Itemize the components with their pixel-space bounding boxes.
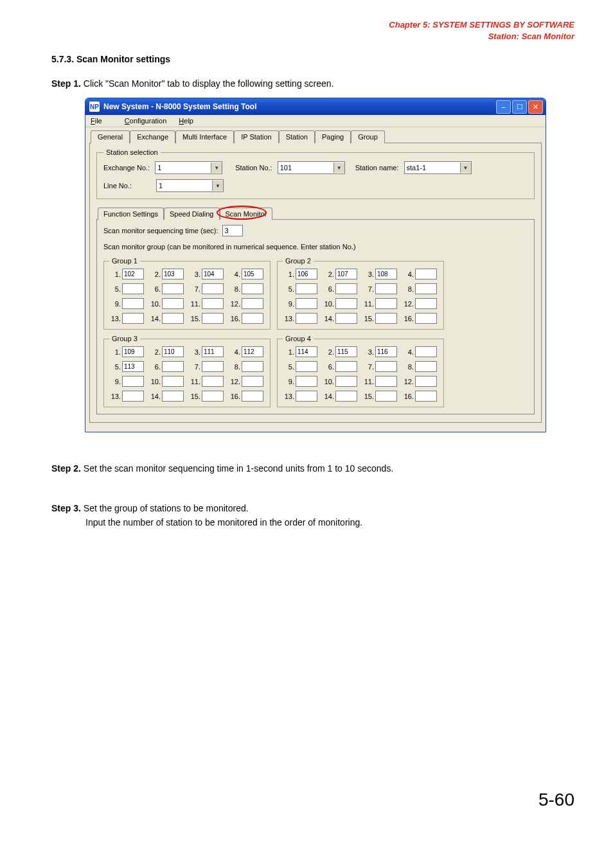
- minimize-button[interactable]: –: [496, 100, 511, 114]
- tab-speed-dialing[interactable]: Speed Dialing: [164, 208, 220, 220]
- group-1-input-14[interactable]: [162, 313, 184, 324]
- group-2-input-14[interactable]: [335, 313, 357, 324]
- maximize-button[interactable]: ☐: [512, 100, 527, 114]
- group-4-input-15[interactable]: [375, 391, 397, 402]
- group-4-input-12[interactable]: [415, 376, 437, 387]
- group-4-input-1[interactable]: [296, 346, 317, 357]
- group-1-input-15[interactable]: [202, 313, 224, 324]
- group-1-input-10[interactable]: [162, 298, 184, 309]
- station-no-input[interactable]: [278, 163, 333, 173]
- group-2-input-6[interactable]: [335, 283, 357, 294]
- group-4-input-5[interactable]: [296, 361, 317, 372]
- station-no-combo[interactable]: ▼: [278, 161, 345, 174]
- group-2-input-8[interactable]: [415, 283, 437, 294]
- group-2-input-13[interactable]: [296, 313, 317, 324]
- group-3-input-2[interactable]: [162, 346, 184, 357]
- group-3-input-11[interactable]: [202, 376, 224, 387]
- menu-help[interactable]: Help: [179, 117, 193, 125]
- group-2-input-10[interactable]: [335, 298, 357, 309]
- group-2-cell-15: 15.: [362, 313, 398, 324]
- station-name-input[interactable]: [405, 163, 460, 173]
- group-3-input-13[interactable]: [122, 391, 144, 402]
- group-2-input-3[interactable]: [375, 269, 397, 279]
- group-2-input-9[interactable]: [296, 298, 317, 309]
- group-4-input-4[interactable]: [415, 346, 437, 357]
- group-4-cell-4: 4.: [402, 346, 438, 357]
- exchange-no-combo[interactable]: ▼: [155, 161, 222, 174]
- menu-configuration[interactable]: Configuration: [125, 117, 166, 125]
- group-4-input-2[interactable]: [335, 346, 357, 357]
- chevron-down-icon[interactable]: ▼: [460, 163, 471, 173]
- group-4-input-14[interactable]: [335, 391, 357, 402]
- group-4-input-7[interactable]: [375, 361, 397, 372]
- chevron-down-icon[interactable]: ▼: [333, 163, 344, 173]
- group-1-input-8[interactable]: [242, 283, 263, 294]
- tab-ip-station[interactable]: IP Station: [234, 130, 279, 143]
- group-1-input-16[interactable]: [242, 313, 263, 324]
- tab-paging[interactable]: Paging: [315, 130, 351, 143]
- menu-file[interactable]: File: [91, 117, 112, 125]
- group-4-input-16[interactable]: [415, 391, 437, 402]
- group-4-input-6[interactable]: [335, 361, 357, 372]
- cell-number: 4.: [402, 348, 414, 356]
- group-2-input-11[interactable]: [375, 298, 397, 309]
- group-2-input-4[interactable]: [415, 269, 437, 279]
- tab-station[interactable]: Station: [279, 130, 315, 143]
- group-3-input-15[interactable]: [202, 391, 224, 402]
- group-1-input-12[interactable]: [242, 298, 263, 309]
- group-3-input-5[interactable]: [122, 361, 144, 372]
- group-4-input-3[interactable]: [375, 346, 397, 357]
- group-3-input-3[interactable]: [202, 346, 224, 357]
- group-1-input-6[interactable]: [162, 283, 184, 294]
- tab-scan-monitor[interactable]: Scan Monitor: [220, 208, 273, 220]
- group-1-input-4[interactable]: [242, 269, 263, 279]
- line-no-combo[interactable]: ▼: [156, 179, 224, 192]
- group-2-input-15[interactable]: [375, 313, 397, 324]
- step-3-label: Step 3.: [51, 503, 81, 513]
- tab-group[interactable]: Group: [351, 130, 385, 143]
- tab-exchange[interactable]: Exchange: [130, 130, 175, 143]
- group-4-input-9[interactable]: [296, 376, 317, 387]
- tab-multi-interface[interactable]: Multi Interface: [175, 130, 234, 143]
- group-3-input-16[interactable]: [242, 391, 263, 402]
- group-2-input-16[interactable]: [415, 313, 437, 324]
- group-2-input-7[interactable]: [375, 283, 397, 294]
- group-1-input-13[interactable]: [122, 313, 144, 324]
- group-1-input-9[interactable]: [122, 298, 144, 309]
- group-3-input-14[interactable]: [162, 391, 184, 402]
- group-2-input-12[interactable]: [415, 298, 437, 309]
- cell-number: 5.: [109, 285, 121, 293]
- station-name-combo[interactable]: ▼: [404, 161, 472, 174]
- group-1-input-3[interactable]: [202, 269, 224, 279]
- exchange-no-input[interactable]: [155, 163, 211, 173]
- tab-function-settings[interactable]: Function Settings: [98, 208, 164, 220]
- group-3-input-8[interactable]: [242, 361, 263, 372]
- group-1-input-5[interactable]: [122, 283, 144, 294]
- chevron-down-icon[interactable]: ▼: [212, 181, 223, 191]
- group-4-input-13[interactable]: [296, 391, 317, 402]
- group-3-input-1[interactable]: [122, 346, 144, 357]
- group-3-input-10[interactable]: [162, 376, 184, 387]
- group-2-input-2[interactable]: [335, 269, 357, 279]
- group-3-input-4[interactable]: [242, 346, 263, 357]
- close-button[interactable]: ✕: [528, 100, 543, 114]
- group-2-input-1[interactable]: [296, 269, 317, 279]
- group-1-input-2[interactable]: [162, 269, 184, 279]
- group-3-input-9[interactable]: [122, 376, 144, 387]
- group-4-input-10[interactable]: [335, 376, 357, 387]
- line-no-input[interactable]: [157, 181, 212, 191]
- group-4-input-8[interactable]: [415, 361, 437, 372]
- group-3-input-6[interactable]: [162, 361, 184, 372]
- seq-time-input[interactable]: [222, 225, 243, 236]
- group-2-input-5[interactable]: [296, 283, 317, 294]
- group-4-cell-6: 6.: [323, 361, 359, 372]
- group-3-input-12[interactable]: [242, 376, 263, 387]
- tab-general[interactable]: General: [91, 130, 130, 143]
- group-3-input-7[interactable]: [202, 361, 224, 372]
- group-1-input-1[interactable]: [122, 269, 144, 279]
- chevron-down-icon[interactable]: ▼: [211, 163, 222, 173]
- group-1-input-11[interactable]: [202, 298, 224, 309]
- group-1-input-7[interactable]: [202, 283, 224, 294]
- group-4-input-11[interactable]: [375, 376, 397, 387]
- cell-number: 14.: [149, 315, 161, 323]
